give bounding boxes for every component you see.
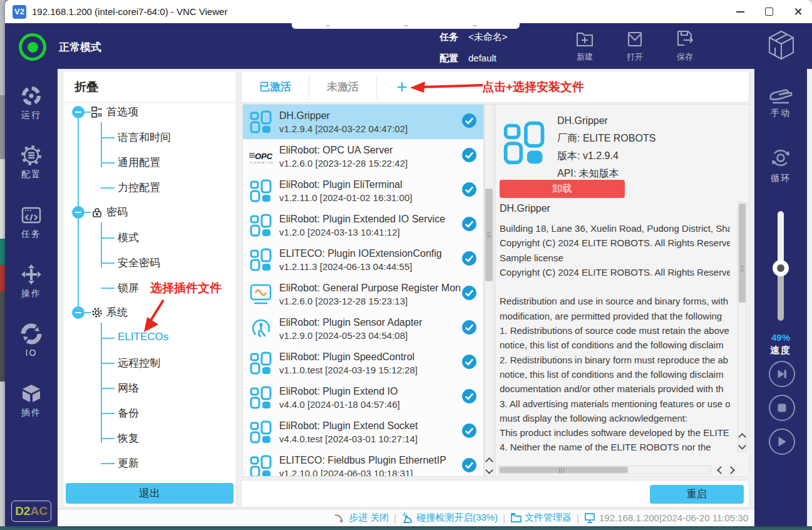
tab-inactive[interactable]: 未激活 — [309, 80, 376, 94]
sidebar-item-io[interactable]: IO — [20, 323, 43, 359]
scroll-up-button[interactable] — [738, 430, 746, 441]
vnc-viewer-window: V2 192.168.1.200 (intel-corei7-64:0) - V… — [5, 0, 812, 526]
scroll-left-button[interactable] — [714, 465, 726, 474]
maximize-button[interactable] — [754, 0, 783, 23]
plugin-row-register-monitor[interactable]: EliRobot: General Purpose Register Monit… — [243, 277, 483, 311]
lock-icon — [91, 207, 103, 218]
scrollbar-thumb[interactable] — [485, 189, 493, 281]
tree-item-network[interactable]: 网络 — [118, 381, 139, 395]
close-icon — [794, 8, 802, 16]
d2ac-badge[interactable]: D2AC — [11, 501, 51, 522]
collision-status[interactable]: 碰撞检测开启(33%) — [401, 512, 498, 524]
tree-group-system[interactable]: 系统 — [106, 305, 128, 320]
active-check-icon — [461, 354, 477, 372]
plugin-row-ioextensionconfig[interactable]: ELITECO: Plugin IOExtensionConfigv1.2.11… — [243, 242, 483, 277]
annotation-install-note: 点击+选择安装文件 — [482, 79, 584, 95]
plugin-row-extend-io[interactable]: EliRobot: Plugin Extend IOv4.4.0 [2024-0… — [243, 380, 483, 415]
tree-item-language-time[interactable]: 语言和时间 — [118, 130, 171, 145]
play-icon — [778, 437, 786, 447]
cube-icon — [20, 382, 43, 405]
plugin-row-eliterminal[interactable]: EliRobot: Plugin EliTerminalv1.2.11.0 [2… — [243, 174, 483, 208]
vnc-logo-icon: V2 — [13, 5, 26, 19]
manual-mode-button[interactable]: 手动 — [754, 83, 807, 119]
chevron-up-icon — [485, 457, 493, 465]
tree-item-general-config[interactable]: 通用配置 — [118, 155, 160, 170]
scroll-up-button[interactable] — [485, 455, 493, 465]
details-hscrollbar[interactable] — [498, 465, 711, 474]
desktop-taskbar-strip — [0, 526, 812, 530]
plugin-footer-bar: 重启 — [241, 480, 749, 507]
gear-icon — [20, 144, 43, 167]
details-vscrollbar[interactable] — [737, 202, 747, 452]
cycle-mode-button[interactable]: 循环 — [754, 145, 807, 184]
save-task-button[interactable]: 保存 — [665, 28, 705, 63]
exit-button[interactable]: 退出 — [66, 483, 234, 504]
vnc-toolbar-notch[interactable] — [292, 23, 520, 29]
license-title: DH.Gripper — [500, 203, 550, 214]
grid-icon — [248, 385, 274, 411]
tree-group-password[interactable]: 密码 — [106, 205, 128, 219]
tab-activated[interactable]: 已激活 — [242, 80, 309, 94]
right-sidebar: 手动 循环 49% 速度 — [754, 69, 807, 526]
svg-text:OPC: OPC — [255, 152, 273, 161]
folder-plus-icon — [574, 28, 595, 49]
sidebar-item-task[interactable]: 任务 — [20, 204, 43, 240]
tree-item-mode[interactable]: 模式 — [118, 231, 139, 245]
chevron-down-icon — [485, 466, 493, 474]
window-titlebar[interactable]: V2 192.168.1.200 (intel-corei7-64:0) - V… — [5, 0, 812, 23]
plugin-list-scrollbar[interactable] — [484, 104, 494, 477]
detail-plugin-name: DH.Gripper — [557, 112, 655, 130]
step-forward-button[interactable] — [769, 361, 795, 387]
hand-icon — [767, 83, 794, 105]
step-status[interactable]: 步进 关闭 — [334, 512, 389, 524]
scrollbar-thumb[interactable] — [739, 204, 746, 303]
chevron-down-icon — [738, 442, 746, 450]
stop-button[interactable] — [769, 395, 795, 421]
new-task-button[interactable]: 新建 — [565, 28, 605, 63]
play-button[interactable] — [769, 429, 795, 455]
tree-collapse-toggle[interactable] — [72, 206, 85, 219]
tree-item-lock-screen[interactable]: 锁屏 — [118, 281, 139, 295]
active-check-icon — [461, 113, 477, 131]
detail-version: 版本: v1.2.9.4 — [557, 147, 655, 165]
sidebar-item-jog[interactable]: 操作 — [20, 263, 43, 299]
sidebar-item-config[interactable]: 配置 — [20, 144, 43, 180]
plugin-row-dh-gripper[interactable]: DH.Gripperv1.2.9.4 [2024-03-22 04:47:02] — [243, 105, 483, 139]
tree-item-update[interactable]: 更新 — [118, 456, 139, 470]
speed-slider-thumb[interactable] — [773, 260, 789, 276]
file-manager-button[interactable]: 文件管理器 — [510, 512, 572, 524]
chevron-up-icon — [738, 433, 746, 441]
scrollbar-thumb[interactable] — [500, 467, 628, 473]
tree-item-force-config[interactable]: 力控配置 — [118, 180, 160, 195]
svg-text:FOUNDATION: FOUNDATION — [250, 162, 274, 164]
scroll-down-button[interactable] — [738, 441, 746, 452]
minimize-button[interactable] — [726, 0, 754, 23]
tree-collapse-toggle[interactable] — [72, 306, 85, 319]
sidebar-item-run[interactable]: 运行 — [20, 85, 43, 121]
chevron-left-icon — [717, 466, 725, 474]
tree-group-preferences[interactable]: 首选项 — [106, 105, 138, 119]
task-label: 任务 — [439, 29, 458, 45]
plugin-row-speedcontrol[interactable]: EliRobot: Plugin SpeedControlv1.1.0.test… — [243, 346, 483, 380]
grid-icon-large — [501, 120, 548, 167]
step-arrow-icon — [334, 512, 346, 524]
plugin-row-ethernetip[interactable]: ELITECO: Fieldbus Plugin EthernetIPv1.2.… — [243, 449, 483, 477]
tree-item-backup[interactable]: 备份 — [118, 406, 139, 420]
plugin-row-extend-socket[interactable]: EliRobot: Plugin Extend Socketv4.4.0.tes… — [243, 415, 483, 449]
tree-item-remote-control[interactable]: 远程控制 — [118, 356, 160, 370]
scroll-down-button[interactable] — [485, 465, 493, 476]
tree-item-safe-password[interactable]: 安全密码 — [118, 256, 160, 270]
uninstall-button[interactable]: 卸载 — [500, 180, 625, 198]
tree-collapse-toggle[interactable] — [72, 106, 85, 118]
plugin-row-opc-ua-server[interactable]: OPCFOUNDATION EliRobot: OPC UA Serverv1.… — [243, 139, 483, 174]
plugin-row-extended-io-service[interactable]: EliRobot: Plugin Extended IO Servicev1.2… — [243, 208, 483, 242]
open-task-button[interactable]: 打开 — [615, 28, 655, 63]
tree-item-restore[interactable]: 恢复 — [118, 431, 139, 445]
active-check-icon — [461, 320, 477, 338]
save-icon — [674, 28, 696, 49]
sidebar-item-plugin[interactable]: 插件 — [20, 382, 43, 418]
restart-button[interactable]: 重启 — [650, 485, 744, 504]
close-button[interactable] — [783, 0, 812, 23]
scroll-right-button[interactable] — [726, 465, 737, 474]
plugin-row-sensor-adapter[interactable]: EliRobot: Plugin Sensor Adapterv1.2.9.0 … — [243, 311, 483, 346]
